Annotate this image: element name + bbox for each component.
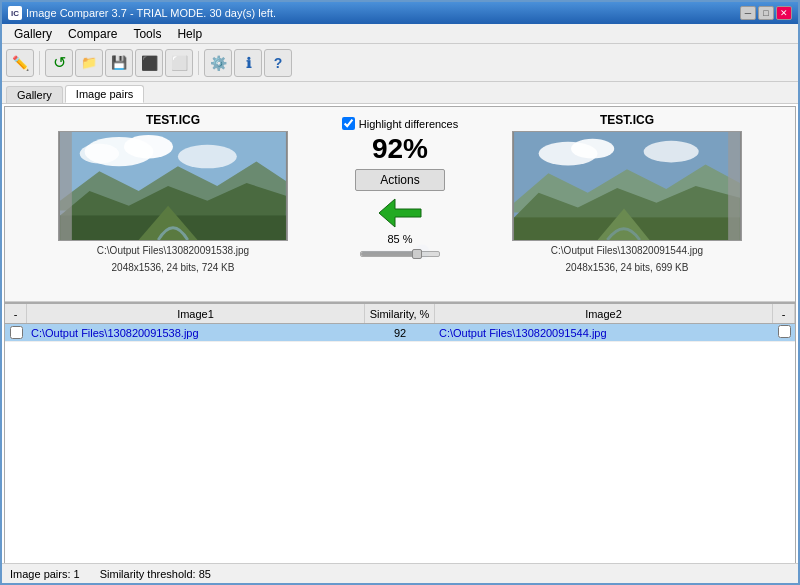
- center-panel: Highlight differences 92% Actions 85 %: [335, 113, 465, 261]
- table-rows: C:\Output Files\130820091538.jpg 92 C:\O…: [5, 324, 795, 344]
- table-header: - Image1 Similarity, % Image2 -: [5, 304, 795, 324]
- toolbar: ✏️ ↺ 📁 💾 ⬛ ⬜ ⚙️ ℹ ?: [2, 44, 798, 82]
- right-image-dims: 2048x1536, 24 bits, 699 KB: [566, 261, 689, 275]
- tab-image-pairs[interactable]: Image pairs: [65, 85, 144, 103]
- col-image1: Image1: [27, 304, 365, 323]
- toolbar-sep-1: [39, 51, 40, 75]
- left-image-panel: TEST.ICG: [11, 113, 335, 275]
- row-image2-path: C:\Output Files\130820091544.jpg: [435, 327, 773, 339]
- app-icon-text: IC: [11, 9, 19, 18]
- threshold-slider-track: [360, 251, 440, 257]
- row-similarity-value: 92: [365, 327, 435, 339]
- statusbar-threshold: Similarity threshold: 85: [100, 568, 211, 580]
- svg-point-4: [178, 145, 237, 169]
- statusbar: Image pairs: 1 Similarity threshold: 85: [2, 563, 798, 583]
- right-image-preview[interactable]: [512, 131, 742, 241]
- menu-compare[interactable]: Compare: [60, 25, 125, 43]
- menu-help[interactable]: Help: [169, 25, 210, 43]
- row-checkbox-container: [5, 326, 27, 339]
- svg-point-13: [571, 139, 614, 159]
- threshold-slider[interactable]: [361, 250, 439, 254]
- direction-arrow-icon: [375, 195, 425, 231]
- right-image-title: TEST.ICG: [600, 113, 654, 127]
- similarity-percentage: 92%: [372, 134, 428, 165]
- highlight-label: Highlight differences: [359, 118, 458, 130]
- info-button[interactable]: ℹ: [234, 49, 262, 77]
- highlight-checkbox[interactable]: [342, 117, 355, 130]
- svg-rect-19: [728, 132, 740, 240]
- help-button[interactable]: ?: [264, 49, 292, 77]
- slider-thumb: [412, 249, 422, 259]
- folder-button[interactable]: 📁: [75, 49, 103, 77]
- left-image-dims: 2048x1536, 24 bits, 724 KB: [112, 261, 235, 275]
- statusbar-pairs: Image pairs: 1: [10, 568, 80, 580]
- actions-button[interactable]: Actions: [355, 169, 445, 191]
- app-icon: IC: [8, 6, 22, 20]
- content-area: TEST.ICG: [4, 106, 796, 581]
- highlight-check-container: Highlight differences: [342, 117, 458, 130]
- right-image-path: C:\Output Files\13082009154​4.jpg: [551, 244, 703, 258]
- row-image1-path: C:\Output Files\130820091538.jpg: [27, 327, 365, 339]
- pencil-button[interactable]: ✏️: [6, 49, 34, 77]
- table-row[interactable]: C:\Output Files\130820091538.jpg 92 C:\O…: [5, 324, 795, 342]
- tab-gallery[interactable]: Gallery: [6, 86, 63, 103]
- menubar: Gallery Compare Tools Help: [2, 24, 798, 44]
- menu-tools[interactable]: Tools: [125, 25, 169, 43]
- toolbar-sep-2: [198, 51, 199, 75]
- save-button[interactable]: 💾: [105, 49, 133, 77]
- menu-gallery[interactable]: Gallery: [6, 25, 60, 43]
- window-controls: ─ □ ✕: [740, 6, 792, 20]
- left-image-preview[interactable]: [58, 131, 288, 241]
- svg-marker-10: [379, 199, 421, 227]
- close-button[interactable]: ✕: [776, 6, 792, 20]
- export-button[interactable]: ⬛: [135, 49, 163, 77]
- maximize-button[interactable]: □: [758, 6, 774, 20]
- import-button[interactable]: ⬜: [165, 49, 193, 77]
- right-image-svg: [513, 132, 741, 240]
- col-minus-right[interactable]: -: [773, 304, 795, 323]
- image-pairs-panel: TEST.ICG: [5, 107, 795, 302]
- col-similarity: Similarity, %: [365, 304, 435, 323]
- minimize-button[interactable]: ─: [740, 6, 756, 20]
- svg-point-14: [644, 141, 699, 163]
- row-end-cell: [773, 325, 795, 341]
- refresh-button[interactable]: ↺: [45, 49, 73, 77]
- svg-point-2: [124, 135, 173, 159]
- col-image2: Image2: [435, 304, 773, 323]
- tabs: Gallery Image pairs: [2, 82, 798, 104]
- col-minus-left[interactable]: -: [5, 304, 27, 323]
- titlebar-title: Image Comparer 3.7 - TRIAL MODE. 30 day(…: [26, 7, 276, 19]
- titlebar: IC Image Comparer 3.7 - TRIAL MODE. 30 d…: [2, 2, 798, 24]
- left-image-path: C:\Output Files\13082009153​8.jpg: [97, 244, 249, 258]
- svg-rect-9: [60, 132, 72, 240]
- left-image-svg: [59, 132, 287, 240]
- row-end-checkbox[interactable]: [778, 325, 791, 338]
- row-checkbox[interactable]: [10, 326, 23, 339]
- table-area: - Image1 Similarity, % Image2 - C:\Outpu…: [5, 302, 795, 344]
- arrow-area: 85 %: [375, 195, 425, 245]
- right-image-panel: TEST.ICG: [465, 113, 789, 275]
- svg-point-3: [80, 144, 119, 164]
- left-image-title: TEST.ICG: [146, 113, 200, 127]
- slider-area: [339, 249, 461, 257]
- gear-button[interactable]: ⚙️: [204, 49, 232, 77]
